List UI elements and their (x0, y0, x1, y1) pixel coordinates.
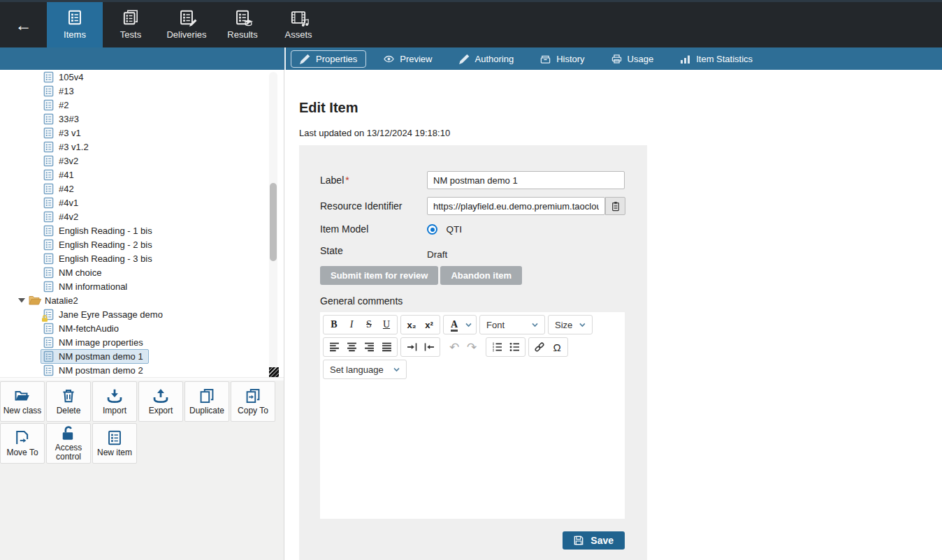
align-center-button[interactable] (343, 339, 360, 355)
tree-item[interactable]: #41 (0, 168, 284, 182)
tab-preview[interactable]: Preview (375, 50, 441, 68)
submit-for-review-button[interactable]: Submit item for review (320, 266, 438, 285)
required-asterisk: * (345, 175, 349, 186)
tree-item[interactable]: NM informational (0, 279, 284, 293)
tree-folder-natalie2[interactable]: Natalie2 (0, 293, 284, 307)
italic-button[interactable]: I (343, 317, 360, 332)
tree-scrollbar-thumb[interactable] (270, 183, 277, 261)
item-icon (43, 253, 54, 265)
align-justify-button[interactable] (378, 339, 395, 355)
nav-tab-label: Tests (120, 29, 141, 40)
nav-tab-label: Items (64, 29, 86, 40)
item-icon (43, 337, 54, 348)
tree-item[interactable]: #3 v1 (0, 126, 284, 140)
outdent-button[interactable] (421, 339, 437, 355)
nav-tab-items[interactable]: Items (47, 2, 103, 47)
resource-identifier-row: Resource Identifier (320, 197, 625, 215)
deliveries-icon (179, 10, 194, 25)
item-properties-form: Label* Resource Identifier Item Model QT… (299, 145, 647, 560)
tree-item[interactable]: 105v4 (0, 70, 284, 84)
comments-editing-area[interactable] (320, 379, 625, 519)
qti-radio-button[interactable] (427, 224, 437, 235)
subbar-divider (284, 47, 286, 70)
link-button[interactable] (531, 339, 548, 355)
item-model-row: Item Model QTI (320, 223, 625, 235)
edit-item-panel: Edit Item Last updated on 13/12/2024 19:… (285, 70, 942, 560)
tree-item[interactable]: NM choice (0, 265, 284, 279)
tree-item[interactable]: English Reading - 2 bis (0, 237, 284, 251)
unordered-list-button[interactable] (506, 339, 523, 355)
abandon-item-button[interactable]: Abandon item (440, 266, 522, 285)
undo-button[interactable]: ↶ (446, 339, 463, 355)
access-control-button[interactable]: Access control (46, 423, 91, 464)
copy-to-button[interactable]: Copy To (231, 381, 275, 422)
superscript-button[interactable]: x² (421, 317, 437, 332)
chevron-down-icon[interactable] (465, 323, 472, 327)
tree-item[interactable]: English Reading - 3 bis (0, 251, 284, 265)
tree-resize-handle[interactable] (269, 367, 279, 377)
tab-item-statistics[interactable]: Item Statistics (671, 50, 762, 68)
tree-item[interactable]: NM-fetchAudio (0, 321, 284, 335)
subscript-button[interactable]: x₂ (403, 317, 420, 332)
lock-icon (41, 315, 48, 322)
item-icon (43, 239, 54, 251)
tab-authoring[interactable]: Authoring (450, 50, 523, 68)
tree-item[interactable]: NM postman demo 2 (0, 363, 284, 377)
tree-item[interactable]: #13 (0, 84, 284, 98)
item-icon (43, 85, 54, 97)
tree-item[interactable]: #3v2 (0, 154, 284, 168)
tree-item[interactable]: #3 v1.2 (0, 140, 284, 154)
new-item-button[interactable]: New item (92, 423, 137, 464)
item-icon (43, 225, 54, 237)
tree-item[interactable]: NM image properties (0, 335, 284, 349)
tab-properties[interactable]: Properties (291, 50, 366, 68)
back-button[interactable]: ← (0, 2, 47, 47)
nav-tab-deliveries[interactable]: Deliveries (159, 2, 215, 47)
indent-button[interactable] (403, 339, 420, 355)
tree-item[interactable]: 33#3 (0, 112, 284, 126)
export-button[interactable]: Export (138, 381, 183, 422)
state-value: Draft (427, 245, 447, 260)
tab-history[interactable]: History (531, 50, 593, 68)
size-dropdown[interactable]: Size (551, 317, 590, 332)
align-left-button[interactable] (326, 339, 342, 355)
text-color-button[interactable]: A (446, 317, 463, 332)
tab-usage[interactable]: Usage (602, 50, 663, 68)
bold-button[interactable]: B (326, 317, 342, 332)
font-dropdown[interactable]: Font (482, 317, 542, 332)
new-item-icon (107, 430, 122, 445)
items-icon (67, 10, 82, 25)
tree-item[interactable]: #4v1 (0, 196, 284, 209)
assets-icon (291, 10, 306, 25)
redo-button[interactable]: ↷ (463, 339, 480, 355)
tree-item[interactable]: #42 (0, 182, 284, 196)
ordered-list-button[interactable] (488, 339, 505, 355)
copy-identifier-button[interactable] (605, 197, 625, 215)
nav-tab-assets[interactable]: Assets (270, 2, 326, 47)
tree-item[interactable]: #4v2 (0, 209, 284, 223)
strikethrough-button[interactable]: S (361, 317, 377, 332)
nav-tab-results[interactable]: Results (215, 2, 270, 47)
set-language-dropdown[interactable]: Set language (326, 362, 404, 377)
state-actions: Submit item for review Abandon item (320, 266, 625, 285)
tree-item-selected[interactable]: NM postman demo 1 (0, 349, 284, 363)
chevron-down-icon[interactable] (18, 297, 25, 304)
underline-button[interactable]: U (378, 317, 395, 332)
tree-scrollbar[interactable] (269, 72, 277, 374)
tree-item[interactable]: English Reading - 1 bis (0, 223, 284, 237)
eye-icon (384, 54, 394, 64)
nav-tab-tests[interactable]: Tests (103, 2, 159, 47)
delete-button[interactable]: Delete (46, 381, 91, 422)
import-button[interactable]: Import (92, 381, 137, 422)
align-right-button[interactable] (361, 339, 377, 355)
save-button[interactable]: Save (563, 531, 625, 550)
tree-item-locked[interactable]: Jane Eyre Passage demo (0, 307, 284, 321)
special-character-button[interactable]: Ω (549, 339, 565, 355)
duplicate-button[interactable]: Duplicate (184, 381, 229, 422)
label-input[interactable] (427, 171, 625, 189)
tree-item[interactable]: #2 (0, 98, 284, 112)
item-icon (43, 71, 54, 83)
resource-identifier-label: Resource Identifier (320, 200, 427, 212)
new-class-button[interactable]: New class (0, 381, 45, 422)
move-to-button[interactable]: Move To (0, 423, 45, 464)
